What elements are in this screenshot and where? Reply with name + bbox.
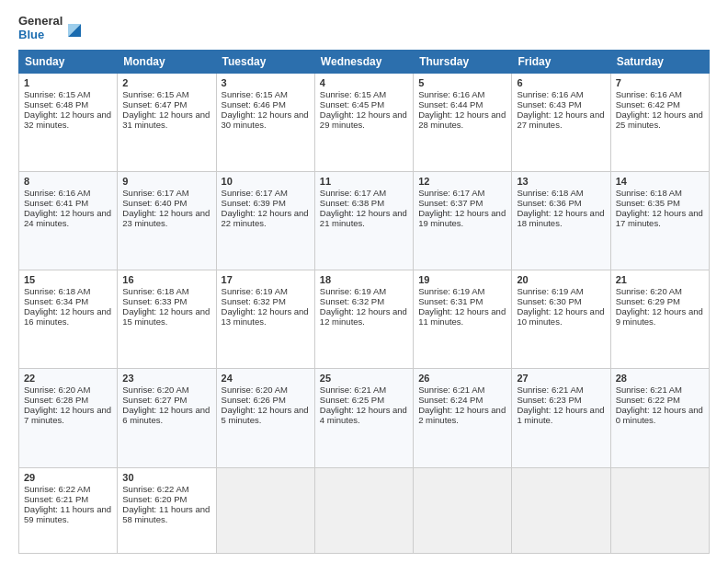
sunrise-label: Sunrise: 6:16 AM bbox=[517, 89, 583, 99]
day-number: 28 bbox=[616, 373, 704, 384]
calendar-table: SundayMondayTuesdayWednesdayThursdayFrid… bbox=[18, 50, 710, 554]
day-number: 14 bbox=[616, 176, 704, 187]
sunrise-label: Sunrise: 6:16 AM bbox=[24, 188, 90, 198]
header: General Blue bbox=[18, 15, 710, 42]
week-row-4: 22 Sunrise: 6:20 AM Sunset: 6:28 PM Dayl… bbox=[19, 369, 710, 467]
header-row: SundayMondayTuesdayWednesdayThursdayFrid… bbox=[19, 50, 710, 73]
sunrise-label: Sunrise: 6:18 AM bbox=[616, 188, 682, 198]
day-number: 17 bbox=[222, 274, 310, 285]
sunset-label: Sunset: 6:34 PM bbox=[24, 296, 88, 306]
daylight-label: Daylight: 12 hours and 27 minutes. bbox=[517, 109, 604, 130]
sunrise-label: Sunrise: 6:21 AM bbox=[320, 385, 386, 395]
day-cell: 20 Sunrise: 6:19 AM Sunset: 6:30 PM Dayl… bbox=[512, 270, 610, 369]
day-cell: 13 Sunrise: 6:18 AM Sunset: 6:36 PM Dayl… bbox=[512, 172, 610, 270]
day-cell: 6 Sunrise: 6:16 AM Sunset: 6:43 PM Dayli… bbox=[512, 73, 610, 171]
day-number: 5 bbox=[418, 77, 506, 88]
day-number: 2 bbox=[122, 77, 210, 88]
daylight-label: Daylight: 12 hours and 11 minutes. bbox=[418, 306, 506, 327]
day-number: 10 bbox=[222, 176, 310, 187]
sunset-label: Sunset: 6:27 PM bbox=[122, 395, 187, 405]
sunrise-label: Sunrise: 6:19 AM bbox=[418, 286, 484, 296]
day-cell: 21 Sunrise: 6:20 AM Sunset: 6:29 PM Dayl… bbox=[610, 270, 709, 369]
sunrise-label: Sunrise: 6:15 AM bbox=[320, 89, 386, 99]
sunrise-label: Sunrise: 6:17 AM bbox=[122, 188, 188, 198]
sunset-label: Sunset: 6:31 PM bbox=[418, 296, 483, 306]
day-cell bbox=[610, 467, 709, 553]
day-number: 11 bbox=[320, 176, 408, 187]
sunrise-label: Sunrise: 6:19 AM bbox=[222, 286, 288, 296]
sunset-label: Sunset: 6:28 PM bbox=[24, 395, 88, 405]
sunset-label: Sunset: 6:29 PM bbox=[616, 296, 680, 306]
sunrise-label: Sunrise: 6:20 AM bbox=[222, 385, 288, 395]
day-cell: 26 Sunrise: 6:21 AM Sunset: 6:24 PM Dayl… bbox=[414, 369, 512, 467]
sunset-label: Sunset: 6:30 PM bbox=[517, 296, 581, 306]
daylight-label: Daylight: 12 hours and 19 minutes. bbox=[418, 208, 506, 228]
sunrise-label: Sunrise: 6:21 AM bbox=[616, 385, 682, 395]
sunrise-label: Sunrise: 6:19 AM bbox=[517, 286, 583, 296]
day-cell: 9 Sunrise: 6:17 AM Sunset: 6:40 PM Dayli… bbox=[118, 172, 216, 270]
day-number: 26 bbox=[418, 373, 506, 384]
sunset-label: Sunset: 6:37 PM bbox=[418, 198, 483, 208]
daylight-label: Daylight: 12 hours and 5 minutes. bbox=[222, 405, 309, 425]
col-header-saturday: Saturday bbox=[610, 50, 709, 73]
day-number: 19 bbox=[418, 274, 506, 285]
sunset-label: Sunset: 6:24 PM bbox=[418, 395, 483, 405]
day-cell: 5 Sunrise: 6:16 AM Sunset: 6:44 PM Dayli… bbox=[414, 73, 512, 171]
sunset-label: Sunset: 6:32 PM bbox=[222, 296, 286, 306]
day-number: 20 bbox=[517, 274, 605, 285]
daylight-label: Daylight: 12 hours and 10 minutes. bbox=[517, 306, 604, 327]
sunset-label: Sunset: 6:21 PM bbox=[24, 494, 88, 504]
day-cell: 22 Sunrise: 6:20 AM Sunset: 6:28 PM Dayl… bbox=[19, 369, 118, 467]
day-number: 18 bbox=[320, 274, 408, 285]
sunset-label: Sunset: 6:39 PM bbox=[222, 198, 286, 208]
sunset-label: Sunset: 6:42 PM bbox=[616, 99, 680, 109]
day-cell: 17 Sunrise: 6:19 AM Sunset: 6:32 PM Dayl… bbox=[216, 270, 314, 369]
sunset-label: Sunset: 6:45 PM bbox=[320, 99, 384, 109]
week-row-3: 15 Sunrise: 6:18 AM Sunset: 6:34 PM Dayl… bbox=[19, 270, 710, 369]
day-number: 13 bbox=[517, 176, 605, 187]
day-number: 8 bbox=[24, 176, 112, 187]
daylight-label: Daylight: 12 hours and 2 minutes. bbox=[418, 405, 506, 425]
day-cell: 16 Sunrise: 6:18 AM Sunset: 6:33 PM Dayl… bbox=[118, 270, 216, 369]
sunset-label: Sunset: 6:47 PM bbox=[122, 99, 187, 109]
sunrise-label: Sunrise: 6:19 AM bbox=[320, 286, 386, 296]
day-cell bbox=[216, 467, 314, 553]
sunrise-label: Sunrise: 6:16 AM bbox=[616, 89, 682, 99]
sunrise-label: Sunrise: 6:15 AM bbox=[122, 89, 188, 99]
day-cell: 18 Sunrise: 6:19 AM Sunset: 6:32 PM Dayl… bbox=[314, 270, 413, 369]
sunrise-label: Sunrise: 6:18 AM bbox=[122, 286, 188, 296]
day-cell: 12 Sunrise: 6:17 AM Sunset: 6:37 PM Dayl… bbox=[414, 172, 512, 270]
sunrise-label: Sunrise: 6:17 AM bbox=[320, 188, 386, 198]
sunset-label: Sunset: 6:38 PM bbox=[320, 198, 384, 208]
daylight-label: Daylight: 12 hours and 12 minutes. bbox=[320, 306, 407, 327]
daylight-label: Daylight: 12 hours and 6 minutes. bbox=[122, 405, 210, 425]
sunset-label: Sunset: 6:26 PM bbox=[222, 395, 286, 405]
daylight-label: Daylight: 12 hours and 16 minutes. bbox=[24, 306, 111, 327]
day-number: 12 bbox=[418, 176, 506, 187]
day-number: 22 bbox=[24, 373, 112, 384]
sunrise-label: Sunrise: 6:15 AM bbox=[222, 89, 288, 99]
col-header-monday: Monday bbox=[118, 50, 216, 73]
sunset-label: Sunset: 6:36 PM bbox=[517, 198, 581, 208]
day-number: 21 bbox=[616, 274, 704, 285]
daylight-label: Daylight: 12 hours and 21 minutes. bbox=[320, 208, 407, 228]
day-number: 16 bbox=[122, 274, 210, 285]
sunrise-label: Sunrise: 6:17 AM bbox=[418, 188, 484, 198]
day-number: 7 bbox=[616, 77, 704, 88]
daylight-label: Daylight: 12 hours and 7 minutes. bbox=[24, 405, 111, 425]
col-header-wednesday: Wednesday bbox=[314, 50, 413, 73]
daylight-label: Daylight: 12 hours and 1 minute. bbox=[517, 405, 604, 425]
daylight-label: Daylight: 12 hours and 24 minutes. bbox=[24, 208, 111, 228]
sunrise-label: Sunrise: 6:20 AM bbox=[24, 385, 90, 395]
week-row-1: 1 Sunrise: 6:15 AM Sunset: 6:48 PM Dayli… bbox=[19, 73, 710, 171]
daylight-label: Daylight: 11 hours and 59 minutes. bbox=[24, 504, 111, 524]
page: General Blue SundayMondayTuesdayWednesda… bbox=[0, 0, 728, 563]
day-number: 29 bbox=[24, 472, 112, 483]
day-cell bbox=[314, 467, 413, 553]
sunset-label: Sunset: 6:22 PM bbox=[616, 395, 680, 405]
week-row-2: 8 Sunrise: 6:16 AM Sunset: 6:41 PM Dayli… bbox=[19, 172, 710, 270]
sunrise-label: Sunrise: 6:20 AM bbox=[616, 286, 682, 296]
day-cell: 30 Sunrise: 6:22 AM Sunset: 6:20 PM Dayl… bbox=[118, 467, 216, 553]
sunrise-label: Sunrise: 6:20 AM bbox=[122, 385, 188, 395]
daylight-label: Daylight: 12 hours and 15 minutes. bbox=[122, 306, 210, 327]
